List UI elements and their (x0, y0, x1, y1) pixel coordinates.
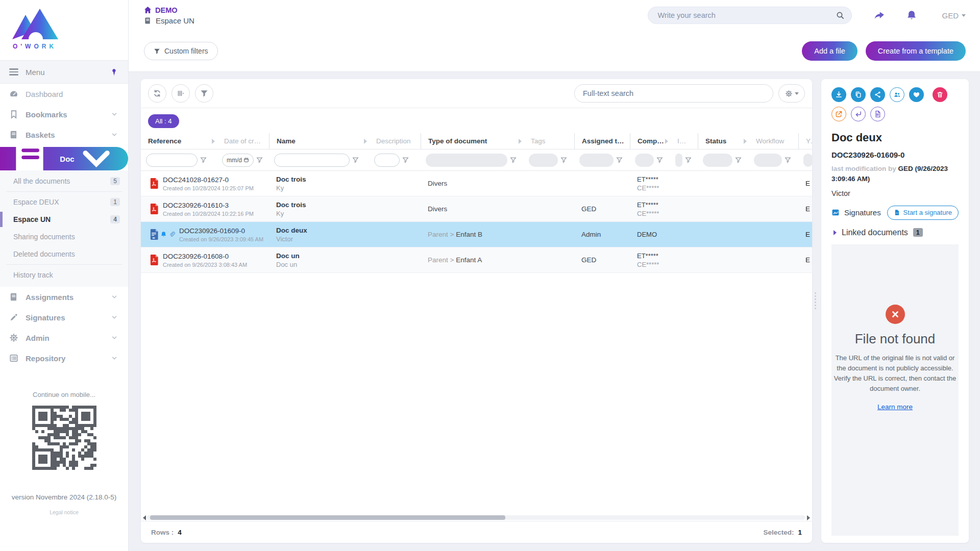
sidebar-item-dashboard[interactable]: Dashboard (0, 84, 128, 104)
sidebar-subitem-deleted-documents[interactable]: Deleted documents (0, 245, 128, 263)
column-header-y-[interactable]: Y… (798, 133, 812, 149)
share-icon[interactable] (873, 10, 885, 21)
linked-documents-toggle[interactable]: Linked documents 1 (831, 228, 959, 237)
signature-icon (831, 208, 840, 217)
filter-input[interactable] (146, 154, 198, 167)
table-row[interactable]: DOC230926-01610-3Created on 10/28/2024 1… (141, 196, 812, 222)
custom-filters-button[interactable]: Custom filters (144, 42, 218, 60)
learn-more-link[interactable]: Learn more (877, 403, 913, 411)
favorite-button[interactable] (909, 87, 924, 102)
scroll-left-arrow[interactable] (143, 515, 146, 520)
column-header-i-[interactable]: I… (670, 133, 698, 149)
legal-notice-link[interactable]: Legal notice (0, 509, 128, 515)
sidebar-subitem-espace-deux[interactable]: Espace DEUX1 (0, 193, 128, 211)
funnel-icon[interactable] (200, 157, 207, 163)
column-header-workflow[interactable]: Workflow (749, 133, 798, 149)
funnel-icon[interactable] (510, 157, 517, 163)
filter-input[interactable] (274, 154, 350, 167)
table-row[interactable]: DOC230926-01608-0Created on 9/26/2023 3:… (141, 247, 812, 273)
expand-column-icon[interactable] (665, 139, 668, 144)
refresh-icon (153, 89, 161, 97)
selected-label: Selected: (763, 529, 794, 536)
column-header-assigned-t-[interactable]: Assigned t… (574, 133, 630, 149)
divider (6, 191, 122, 192)
return-button[interactable] (851, 107, 866, 121)
column-header-date-of-cr-[interactable]: Date of cr… (217, 133, 269, 149)
table-settings-button[interactable] (778, 84, 805, 103)
sidebar-item-repository[interactable]: Repository (0, 348, 128, 368)
funnel-icon[interactable] (735, 157, 742, 163)
scroll-right-arrow[interactable] (807, 515, 810, 520)
share-button[interactable] (870, 87, 885, 102)
name-cell: Doc troisKy (269, 201, 369, 217)
expand-column-icon[interactable] (519, 139, 522, 144)
column-header-reference[interactable]: Reference (141, 133, 217, 149)
filter-input[interactable] (374, 154, 400, 167)
pin-icon[interactable] (110, 68, 118, 76)
funnel-icon[interactable] (256, 157, 263, 163)
table-row[interactable]: DOC241028-01627-0Created on 10/28/2024 1… (141, 171, 812, 196)
breadcrumb-space[interactable]: Espace UN (144, 16, 194, 25)
breadcrumb-home[interactable]: DEMO (144, 6, 194, 14)
copy-button[interactable] (851, 87, 866, 102)
all-count-chip[interactable]: All : 4 (148, 114, 179, 128)
users-icon (893, 91, 901, 98)
assigned-cell: GED (574, 205, 630, 213)
funnel-icon[interactable] (685, 157, 692, 163)
count-badge: 4 (110, 215, 120, 223)
filter-button[interactable] (195, 84, 213, 103)
sidebar-item-bookmarks[interactable]: Bookmarks (0, 104, 128, 124)
funnel-icon[interactable] (352, 157, 359, 163)
column-header-comp-[interactable]: Comp… (630, 133, 670, 149)
column-header-status[interactable]: Status (698, 133, 749, 149)
column-header-tags[interactable]: Tags (524, 133, 574, 149)
expand-column-icon[interactable] (744, 139, 747, 144)
start-signature-button[interactable]: Start a signature (887, 206, 959, 220)
user-menu[interactable]: GED (942, 11, 966, 20)
funnel-icon[interactable] (616, 157, 623, 163)
expand-column-icon[interactable] (364, 139, 367, 144)
document-info-button[interactable] (870, 107, 885, 121)
download-button[interactable] (831, 87, 846, 102)
create-template-button[interactable]: Create from a template (866, 41, 966, 61)
sidebar-item-signatures[interactable]: Signatures (0, 307, 128, 328)
sidebar-subitem-history-track[interactable]: History track (0, 266, 128, 284)
filter-cell-tags (524, 149, 574, 170)
document-author: Victor (831, 189, 959, 197)
columns-button[interactable] (172, 84, 190, 103)
global-search-input[interactable] (657, 11, 836, 19)
sidebar-item-assignments[interactable]: Assignments (0, 287, 128, 307)
date-filter-input[interactable]: mm/d (222, 154, 254, 167)
refresh-button[interactable] (148, 84, 166, 103)
funnel-icon[interactable] (402, 157, 409, 163)
column-header-name[interactable]: Name (269, 133, 369, 149)
funnel-icon[interactable] (560, 157, 567, 163)
scrollbar-thumb[interactable] (150, 515, 505, 520)
sidebar-subitem-all-the-documents[interactable]: All the documents5 (0, 172, 128, 190)
delete-button[interactable] (933, 87, 947, 102)
sidebar-item-admin[interactable]: Admin (0, 328, 128, 348)
funnel-icon (200, 89, 208, 97)
users-button[interactable] (890, 87, 904, 102)
add-file-button[interactable]: Add a file (802, 41, 857, 61)
type-cell: Parent > Enfant B (421, 231, 524, 238)
pdf-file-icon (149, 254, 159, 266)
open-external-button[interactable] (831, 107, 846, 121)
fulltext-search-input[interactable] (583, 89, 765, 97)
sidebar-subitem-espace-un[interactable]: Espace UN4 (0, 211, 128, 228)
funnel-icon[interactable] (656, 157, 663, 163)
table-row[interactable]: wDOC230926-01609-0Created on 9/26/2023 3… (141, 222, 812, 247)
book-icon (9, 292, 18, 302)
expand-column-icon[interactable] (212, 139, 215, 144)
scrollbar-track[interactable] (147, 515, 805, 520)
column-header-type-of-document[interactable]: Type of document (421, 133, 524, 149)
column-header-description[interactable]: Description (369, 133, 421, 149)
sidebar-subitem-sharing-documents[interactable]: Sharing documents (0, 228, 128, 245)
search-icon[interactable] (836, 11, 844, 19)
panel-resize-handle[interactable] (815, 292, 816, 309)
chevron-down-icon (795, 92, 799, 95)
funnel-icon[interactable] (785, 157, 791, 163)
menu-toggle[interactable]: Menu (0, 60, 128, 84)
sidebar-item-doc[interactable]: Doc (0, 147, 128, 170)
bell-icon[interactable] (906, 10, 917, 21)
